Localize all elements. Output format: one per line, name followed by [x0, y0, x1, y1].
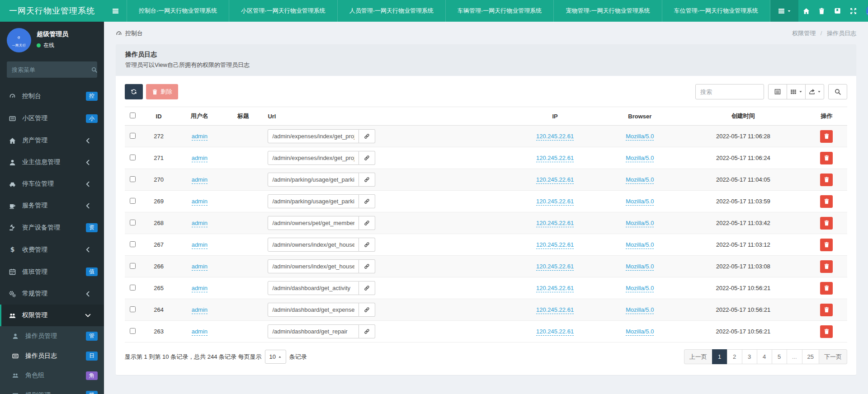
row-checkbox[interactable]: [130, 198, 136, 204]
ip-link[interactable]: 120.245.22.61: [536, 241, 574, 249]
url-input[interactable]: [268, 281, 359, 295]
column-header[interactable]: IP: [510, 107, 599, 126]
browser-link[interactable]: Mozilla/5.0: [626, 263, 654, 271]
sidebar-item-常规管理[interactable]: 常规管理: [0, 283, 104, 305]
url-link-button[interactable]: [359, 238, 375, 252]
browser-link[interactable]: Mozilla/5.0: [626, 176, 654, 184]
row-delete-button[interactable]: [820, 217, 833, 230]
ip-link[interactable]: 120.245.22.61: [536, 263, 574, 271]
nav-tab[interactable]: 车辆管理-一网天行物业管理系统: [445, 0, 553, 22]
sidebar-item-值班管理[interactable]: 值班管理值: [0, 261, 104, 283]
select-all-checkbox[interactable]: [130, 113, 136, 118]
clear-cache-button[interactable]: [814, 0, 830, 22]
url-input[interactable]: [268, 259, 359, 273]
ip-link[interactable]: 120.245.22.61: [536, 176, 574, 184]
sidebar-item-服务管理[interactable]: 服务管理: [0, 195, 104, 216]
url-link-button[interactable]: [359, 303, 375, 317]
url-link-button[interactable]: [359, 216, 375, 230]
breadcrumb-dashboard[interactable]: 控制台: [125, 29, 143, 38]
row-delete-button[interactable]: [820, 325, 833, 338]
page-button-3[interactable]: 3: [742, 349, 757, 364]
page-button-2[interactable]: 2: [727, 349, 742, 364]
browser-link[interactable]: Mozilla/5.0: [626, 220, 654, 227]
sidebar-item-收费管理[interactable]: $收费管理: [0, 239, 104, 261]
column-header[interactable]: Url: [264, 107, 510, 126]
delete-button[interactable]: 删除: [146, 84, 178, 99]
sidebar-subitem-规则管理[interactable]: 规则管理规: [0, 385, 104, 394]
column-header[interactable]: 创建时间: [680, 107, 806, 126]
ip-link[interactable]: 120.245.22.61: [536, 306, 574, 314]
sidebar-toggle-button[interactable]: [104, 0, 127, 22]
username-link[interactable]: admin: [192, 220, 208, 227]
row-delete-button[interactable]: [820, 174, 833, 186]
url-input[interactable]: [268, 173, 359, 187]
ip-link[interactable]: 120.245.22.61: [536, 198, 574, 206]
url-input[interactable]: [268, 216, 359, 230]
url-input[interactable]: [268, 129, 359, 143]
sidebar-item-控制台[interactable]: 控制台控: [0, 85, 104, 108]
breadcrumb[interactable]: 控制台: [116, 29, 143, 38]
username-link[interactable]: admin: [192, 133, 208, 141]
username-link[interactable]: admin: [192, 176, 208, 184]
page-button-1[interactable]: 1: [712, 349, 727, 364]
browser-link[interactable]: Mozilla/5.0: [626, 155, 654, 162]
sidebar-subitem-角色组[interactable]: 角色组角: [0, 366, 104, 386]
row-delete-button[interactable]: [820, 239, 833, 251]
sidebar-item-小区管理[interactable]: 小区管理小: [0, 108, 104, 130]
next-page-button[interactable]: 下一页: [819, 349, 847, 364]
row-delete-button[interactable]: [820, 130, 833, 143]
sidebar-item-业主信息管理[interactable]: 业主信息管理: [0, 151, 104, 173]
row-checkbox[interactable]: [130, 285, 136, 291]
sidebar-item-权限管理[interactable]: 权限管理: [0, 305, 104, 326]
row-checkbox[interactable]: [130, 306, 136, 312]
browser-link[interactable]: Mozilla/5.0: [626, 306, 654, 314]
username-link[interactable]: admin: [192, 285, 208, 292]
url-input[interactable]: [268, 151, 359, 165]
nav-tab[interactable]: 车位管理-一网天行物业管理系统: [662, 0, 770, 22]
url-link-button[interactable]: [359, 281, 375, 295]
page-button-25[interactable]: 25: [802, 349, 819, 364]
browser-link[interactable]: Mozilla/5.0: [626, 133, 654, 141]
row-delete-button[interactable]: [820, 195, 833, 208]
page-button-4[interactable]: 4: [757, 349, 772, 364]
nav-tab[interactable]: 控制台-一网天行物业管理系统: [127, 0, 229, 22]
username-link[interactable]: admin: [192, 263, 208, 271]
sidebar-subitem-操作员日志[interactable]: 操作员日志日: [0, 346, 104, 366]
row-checkbox[interactable]: [130, 328, 136, 334]
row-delete-button[interactable]: [820, 260, 833, 273]
sidebar-item-停车位管理[interactable]: 停车位管理: [0, 173, 104, 195]
row-checkbox[interactable]: [130, 241, 136, 247]
browser-link[interactable]: Mozilla/5.0: [626, 285, 654, 292]
browser-link[interactable]: Mozilla/5.0: [626, 241, 654, 249]
ip-link[interactable]: 120.245.22.61: [536, 220, 574, 227]
ip-link[interactable]: 120.245.22.61: [536, 328, 574, 336]
url-input[interactable]: [268, 238, 359, 252]
ip-link[interactable]: 120.245.22.61: [536, 285, 574, 292]
log-button[interactable]: [830, 0, 845, 22]
username-link[interactable]: admin: [192, 328, 208, 336]
column-header[interactable]: 用户名: [177, 107, 222, 126]
url-link-button[interactable]: [359, 194, 375, 208]
column-header[interactable]: 操作: [806, 107, 847, 126]
row-checkbox[interactable]: [130, 220, 136, 225]
sidebar-item-房产管理[interactable]: 房产管理: [0, 130, 104, 151]
advanced-search-button[interactable]: [828, 84, 847, 99]
ip-link[interactable]: 120.245.22.61: [536, 133, 574, 141]
page-button-5[interactable]: 5: [772, 349, 787, 364]
column-header[interactable]: Browser: [599, 107, 680, 126]
url-input[interactable]: [268, 303, 359, 317]
detail-view-button[interactable]: [768, 84, 787, 99]
url-link-button[interactable]: [359, 259, 375, 273]
url-input[interactable]: [268, 194, 359, 208]
ip-link[interactable]: 120.245.22.61: [536, 155, 574, 162]
user-menu[interactable]: 一网天行 超级管理员: [861, 0, 868, 22]
refresh-button[interactable]: [125, 84, 143, 99]
row-delete-button[interactable]: [820, 304, 833, 316]
nav-tab[interactable]: 宠物管理-一网天行物业管理系统: [553, 0, 661, 22]
column-header[interactable]: ID: [141, 107, 177, 126]
username-link[interactable]: admin: [192, 241, 208, 249]
sidebar-item-资产设备管理[interactable]: 资产设备管理资: [0, 216, 104, 239]
row-delete-button[interactable]: [820, 282, 833, 295]
username-link[interactable]: admin: [192, 155, 208, 162]
prev-page-button[interactable]: 上一页: [684, 349, 712, 364]
